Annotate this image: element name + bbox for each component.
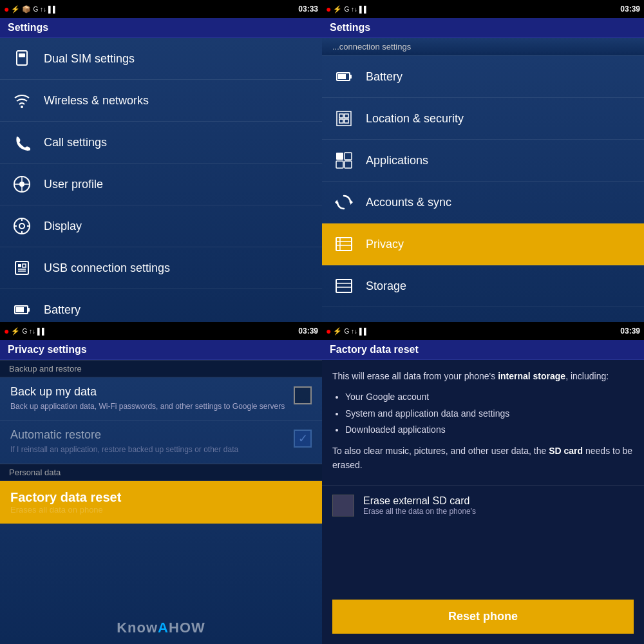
q1-title-bar: Settings	[0, 18, 322, 38]
reset-button-container: Reset phone	[332, 600, 634, 634]
auto-restore-desc: If I reinstall an application, restore b…	[10, 444, 289, 455]
watermark: KnowAHOW	[0, 620, 322, 636]
backup-text: Back up my data Back up application data…	[10, 385, 289, 412]
signal-icon: G ↑↓	[33, 6, 46, 13]
dual-sim-label: Dual SIM settings	[44, 52, 135, 66]
settings-item-usb[interactable]: USB connection settings	[0, 247, 322, 289]
svg-point-2	[21, 106, 23, 108]
settings-item-apps[interactable]: Applications	[322, 140, 644, 182]
app-icon: 📦	[22, 5, 31, 14]
svg-rect-13	[15, 261, 28, 274]
settings-item-battery2[interactable]: Battery	[322, 56, 644, 98]
red-dot-q4: ●	[326, 326, 331, 336]
clock-q4: 03:39	[620, 327, 640, 336]
location-icon	[332, 107, 355, 130]
usb-icon-q2: ⚡	[333, 5, 342, 14]
status-icons-left: ● ⚡ 📦 G ↑↓ ▌▌	[4, 4, 57, 14]
factory-reset-body: This will erase all data from your phone…	[322, 360, 644, 481]
location-label: Location & security	[366, 112, 464, 126]
settings-item-storage[interactable]: Storage	[322, 265, 644, 307]
svg-rect-27	[339, 119, 343, 123]
battery2-label: Battery	[366, 70, 402, 84]
sync-label: Accounts & sync	[366, 196, 451, 209]
factory-reset-item[interactable]: Factory data reset Erases all data on ph…	[0, 481, 322, 524]
settings-item-dual-sim[interactable]: Dual SIM settings	[0, 38, 322, 80]
q4-title: Factory data reset	[330, 344, 419, 355]
svg-rect-35	[336, 238, 352, 251]
user-label: User profile	[44, 178, 103, 191]
red-dot-q3: ●	[4, 326, 9, 336]
signal-icon-q2: G ↑↓	[344, 6, 357, 13]
factory-bullets: Your Google account System and applicati…	[345, 390, 634, 437]
settings-item-sync[interactable]: Accounts & sync	[322, 182, 644, 223]
svg-rect-0	[17, 51, 27, 65]
apps-icon	[332, 149, 355, 172]
battery-q4: ▌▌	[359, 328, 368, 335]
battery2-icon	[332, 65, 355, 88]
auto-restore-text: Automatic restore If I reinstall an appl…	[10, 428, 289, 455]
sd-card-checkbox[interactable]	[332, 495, 354, 516]
settings-item-call[interactable]: Call settings	[0, 122, 322, 164]
clock-display: 03:33	[298, 5, 318, 14]
backup-title: Back up my data	[10, 385, 289, 399]
settings-item-display[interactable]: Display	[0, 205, 322, 247]
svg-rect-29	[336, 153, 343, 160]
factory-intro: This will erase all data from your phone…	[332, 369, 634, 383]
svg-rect-15	[23, 264, 26, 267]
settings-item-wireless[interactable]: Wireless & networks	[0, 80, 322, 122]
signal-q3: G ↑↓	[22, 328, 35, 335]
battery-icon-q2: ▌▌	[359, 6, 368, 13]
settings-item-privacy[interactable]: Privacy	[322, 223, 644, 265]
watermark-know: Know	[117, 620, 158, 636]
backup-checkbox[interactable]	[294, 386, 312, 404]
svg-rect-20	[16, 307, 24, 312]
q1-title: Settings	[8, 22, 48, 33]
dual-sim-icon	[10, 47, 33, 70]
status-bar-q3: ● ⚡ G ↑↓ ▌▌ 03:39	[0, 322, 322, 340]
svg-marker-33	[350, 200, 353, 205]
watermark-a: A	[158, 620, 169, 636]
scrolled-partial-item: ...connection settings	[322, 38, 644, 56]
quadrant-4-factory-reset: ● ⚡ G ↑↓ ▌▌ 03:39 Factory data reset Thi…	[322, 322, 644, 644]
usb-label: USB connection settings	[44, 261, 170, 275]
usb-q4: ⚡	[333, 327, 342, 336]
status-left-q4: ● ⚡ G ↑↓ ▌▌	[326, 326, 368, 336]
q3-title-bar: Privacy settings	[0, 340, 322, 360]
settings-item-location[interactable]: Location & security	[322, 98, 644, 140]
svg-rect-23	[338, 74, 346, 79]
display-icon	[10, 214, 33, 238]
usb-q3: ⚡	[11, 327, 20, 336]
status-bar-q1: ● ⚡ 📦 G ↑↓ ▌▌ 03:33	[0, 0, 322, 18]
storage-label: Storage	[366, 279, 406, 293]
storage-icon	[332, 274, 355, 298]
backup-section-header: Backup and restore	[0, 360, 322, 377]
privacy-label: Privacy	[366, 238, 404, 251]
status-right-q4: 03:39	[620, 327, 640, 336]
status-icons-left-q2: ● ⚡ G ↑↓ ▌▌	[326, 4, 368, 14]
factory-reset-title: Factory data reset	[10, 490, 312, 505]
q2-title-bar: Settings	[322, 18, 644, 38]
bullet-system: System and application data and settings	[345, 406, 634, 421]
settings-item-battery[interactable]: Battery	[0, 289, 322, 322]
sd-card-title: Erase external SD card	[363, 495, 476, 507]
svg-rect-30	[345, 153, 352, 160]
svg-rect-26	[345, 114, 348, 118]
reset-phone-button[interactable]: Reset phone	[332, 600, 634, 634]
sync-icon	[332, 191, 355, 214]
battery-label: Battery	[44, 303, 80, 317]
q2-settings-list: Battery Location & security Applications…	[322, 56, 644, 322]
quadrant-3-privacy: ● ⚡ G ↑↓ ▌▌ 03:39 Privacy settings Backu…	[0, 322, 322, 644]
svg-rect-28	[345, 119, 348, 123]
status-icons-right: 03:33	[298, 5, 318, 14]
svg-rect-1	[19, 53, 25, 57]
sd-card-desc: Erase all the data on the phone's	[363, 507, 476, 516]
bullet-apps: Downloaded applications	[345, 422, 634, 437]
watermark-how: HOW	[169, 620, 205, 636]
svg-rect-14	[18, 264, 21, 267]
backup-item[interactable]: Back up my data Back up application data…	[0, 377, 322, 421]
wireless-icon	[10, 89, 33, 112]
quadrant-2-settings: ● ⚡ G ↑↓ ▌▌ 03:39 Settings ...connection…	[322, 0, 644, 322]
svg-marker-34	[335, 200, 337, 205]
settings-item-user[interactable]: User profile	[0, 164, 322, 205]
sd-card-row[interactable]: Erase external SD card Erase all the dat…	[322, 485, 644, 526]
